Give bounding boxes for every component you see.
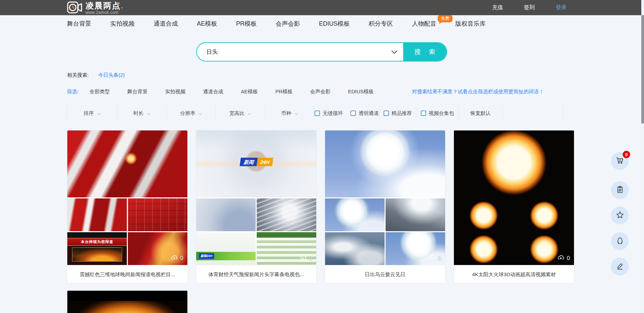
tab-stage-background[interactable]: 舞台背景 xyxy=(127,89,147,95)
nav-item-edius-template[interactable]: EDIUS模板 xyxy=(319,20,350,28)
nav-item-voice-dubbing[interactable]: 人物配音 免费 xyxy=(412,20,436,28)
qq-penguin-icon xyxy=(615,236,625,247)
result-card[interactable]: 0 4K太阳大火球3D动画超高清视频素材 xyxy=(454,130,574,283)
nav-item-pr-template[interactable]: PR模板 xyxy=(236,20,257,28)
pencil-icon xyxy=(615,261,625,272)
qq-service-button[interactable] xyxy=(611,232,629,250)
nav-item-videostudio[interactable]: 会声会影 xyxy=(276,20,300,28)
results-grid: 本台持续为您报道 0 震撼红色三维地球晚间新闻报道电视栏目... 新闻 24H xyxy=(67,130,574,313)
result-card[interactable]: 新闻 24H 新闻24H 0 体育财经天气预报新闻片头字幕条电 xyxy=(196,130,317,283)
camera-clock-icon xyxy=(67,1,83,16)
featured-checkbox[interactable]: 精品推荐 xyxy=(384,110,412,117)
cloud-download-icon xyxy=(170,254,178,263)
thumbnail-tile xyxy=(454,198,513,231)
tab-pr-template[interactable]: PR模板 xyxy=(275,89,293,95)
alpha-channel-checkbox[interactable]: 透明通道 xyxy=(350,110,379,117)
scrollbar[interactable] xyxy=(641,0,644,313)
nav-item-stage-background[interactable]: 舞台背景 xyxy=(67,20,91,28)
thumbnail-tile xyxy=(257,198,316,231)
resolution-dropdown[interactable]: 分辨率 xyxy=(166,106,215,121)
seamless-loop-checkbox[interactable]: 无缝循环 xyxy=(315,110,343,117)
cart-icon xyxy=(615,156,625,167)
brand-dot: . xyxy=(121,1,124,10)
thumbnail-tile xyxy=(67,198,127,231)
cart-button[interactable]: 0 xyxy=(611,152,629,170)
tab-videostudio[interactable]: 会声会影 xyxy=(310,89,330,95)
result-card[interactable]: 本台持续为您报道 0 震撼红色三维地球晚间新闻报道电视栏目... xyxy=(67,130,188,283)
recharge-link[interactable]: 充值 xyxy=(492,4,503,11)
result-card-partial[interactable] xyxy=(67,290,188,313)
download-count: 0 xyxy=(170,254,183,263)
related-search-row: 相关搜索: 今日头条(2) xyxy=(67,72,125,78)
tab-channel-composite[interactable]: 通道合成 xyxy=(203,89,223,95)
free-badge: 免费 xyxy=(438,15,453,22)
currency-dropdown[interactable]: 币种 xyxy=(265,106,314,121)
video-title[interactable]: 体育财经天气预报新闻片头字幕条电视包... xyxy=(196,265,316,283)
feedback-button[interactable] xyxy=(611,258,629,275)
video-thumbnail[interactable]: 0 xyxy=(454,130,574,265)
checkbox-icon[interactable] xyxy=(421,111,426,116)
search-bar: 搜 索 xyxy=(196,42,447,62)
thumbnail-tile xyxy=(325,232,385,265)
chevron-down-icon xyxy=(97,111,101,116)
nav-item-points-zone[interactable]: 积分专区 xyxy=(369,20,393,28)
thumbnail-tile: 本台持续为您报道 xyxy=(67,232,127,265)
thumbnail-tile xyxy=(325,198,385,231)
cloud-download-icon xyxy=(428,254,436,263)
tab-live-video[interactable]: 实拍视频 xyxy=(165,89,185,95)
login-link[interactable]: 登录 xyxy=(556,4,567,11)
thumbnail-tile xyxy=(454,130,574,197)
brand-logo[interactable]: 凌晨两点. www.2amok.com xyxy=(67,1,124,16)
favorites-button[interactable] xyxy=(611,207,629,224)
nav-item-live-video[interactable]: 实拍视频 xyxy=(110,20,135,28)
main-nav: 舞台背景 实拍视频 通道合成 AE模板 PR模板 会声会影 EDIUS模板 积分… xyxy=(67,15,486,32)
sort-dropdown[interactable]: 排序 xyxy=(67,106,117,121)
related-search-label: 相关搜索: xyxy=(67,72,89,78)
tab-ae-template[interactable]: AE模板 xyxy=(241,89,258,95)
thumbnail-tile xyxy=(67,130,187,197)
star-icon xyxy=(615,210,625,221)
filter-bar: 排序 时长 分辨率 宽高比 币种 无缝循环 透明通道 精品推荐 xyxy=(67,106,564,121)
checkbox-icon[interactable] xyxy=(350,111,356,116)
thumbnail-tile xyxy=(128,198,187,231)
brand-url: www.2amok.com xyxy=(86,10,124,15)
thumbnail-tile xyxy=(454,232,513,265)
video-title[interactable]: 震撼红色三维地球晚间新闻报道电视栏目... xyxy=(67,265,187,283)
nav-item-ae-template[interactable]: AE模板 xyxy=(197,20,217,28)
thumbnail-tile xyxy=(514,198,574,231)
chevron-down-icon xyxy=(199,111,202,116)
video-title[interactable]: 4K太阳大火球3D动画超高清视频素材 xyxy=(454,265,574,283)
video-bundle-checkbox[interactable]: 视频合集包 xyxy=(421,110,454,117)
nav-item-channel-composite[interactable]: 通道合成 xyxy=(154,20,178,28)
video-thumbnail[interactable]: 本台持续为您报道 0 xyxy=(67,130,187,265)
brand-name: 凌晨两点. xyxy=(86,2,124,10)
thumbnail-tile xyxy=(325,130,445,197)
thumbnail-tile: 新闻24H xyxy=(196,232,256,265)
tab-all-types[interactable]: 全部类型 xyxy=(89,89,110,95)
video-thumbnail[interactable]: 0 xyxy=(325,130,445,265)
scrollbar-thumb[interactable] xyxy=(641,15,644,123)
search-button[interactable]: 搜 索 xyxy=(403,43,446,61)
download-count: 0 xyxy=(299,254,312,263)
chevron-down-icon xyxy=(248,111,251,116)
result-card[interactable]: 0 日出乌云拨云见日 xyxy=(325,130,445,283)
aspect-ratio-dropdown[interactable]: 宽高比 xyxy=(215,106,265,121)
related-search-link[interactable]: 今日头条(2) xyxy=(98,72,124,78)
orders-button[interactable] xyxy=(611,181,629,199)
video-title[interactable]: 日出乌云拨云见日 xyxy=(325,265,445,283)
tab-edius-template[interactable]: EDIUS模板 xyxy=(348,89,374,95)
checkbox-icon[interactable] xyxy=(315,111,320,116)
video-thumbnail[interactable]: 新闻 24H 新闻24H 0 xyxy=(196,130,316,265)
cart-count-badge: 0 xyxy=(623,151,630,158)
search-result-hint[interactable]: 对搜索结果不满意？试着点击筛选栏或使用更简短的词语！ xyxy=(412,89,544,95)
search-category-dropdown[interactable] xyxy=(386,43,403,61)
reset-filters-button[interactable]: 恢复默认 xyxy=(458,106,502,121)
download-count: 0 xyxy=(428,254,441,263)
filter-label: 筛选: xyxy=(67,89,78,95)
video-thumbnail[interactable] xyxy=(67,291,187,313)
duration-dropdown[interactable]: 时长 xyxy=(117,106,166,121)
nav-item-music-library[interactable]: 版权音乐库 xyxy=(455,20,486,28)
checkbox-icon[interactable] xyxy=(384,111,389,116)
search-input[interactable] xyxy=(197,43,386,61)
checkin-link[interactable]: 签到 xyxy=(524,4,535,11)
